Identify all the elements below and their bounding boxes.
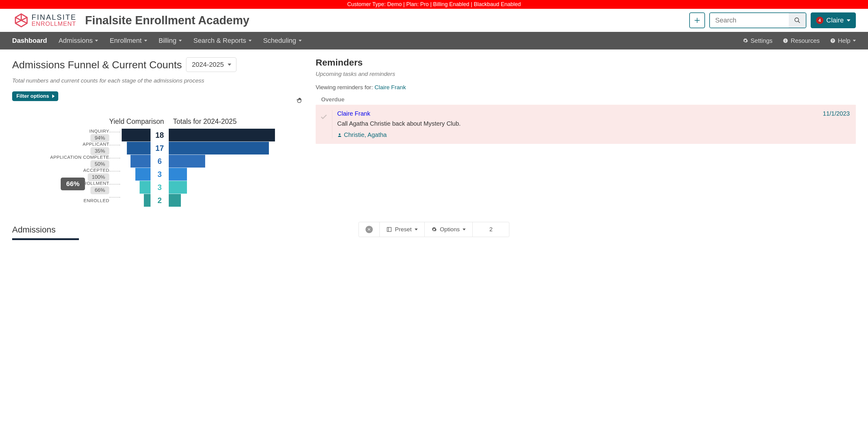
top-header: FINALSITE ENROLLMENT Finalsite Enrollmen… [0, 9, 868, 32]
toolbar-page[interactable]: 2 [473, 222, 509, 237]
brand-line1: FINALSITE [32, 14, 76, 21]
reminders-viewing-user[interactable]: Claire Frank [374, 84, 406, 90]
reminders-viewing: Viewing reminders for: Claire Frank [316, 84, 856, 91]
nav-scheduling[interactable]: Scheduling [263, 37, 302, 44]
person-icon [337, 132, 342, 138]
reminder-user[interactable]: Claire Frank [337, 110, 370, 117]
nav-billing[interactable]: Billing [159, 37, 182, 44]
dotted-connector [109, 132, 120, 132]
toolbar-page-number: 2 [489, 226, 493, 233]
funnel-bar-right [169, 129, 275, 142]
chart-header-totals: Totals for 2024-2025 [173, 117, 237, 126]
search-group [709, 12, 806, 28]
chevron-down-icon [853, 40, 856, 41]
funnel-value: 3 [151, 183, 169, 192]
funnel-bar-right [169, 181, 187, 193]
brand-line2: ENROLLMENT [32, 21, 76, 27]
toolbar-label: Preset [395, 226, 411, 233]
filter-options-button[interactable]: Filter options [12, 91, 58, 101]
chevron-down-icon [144, 40, 147, 41]
academy-title: Finalsite Enrollment Academy [85, 14, 249, 27]
nav-admissions[interactable]: Admissions [59, 37, 98, 44]
funnel-value: 18 [151, 131, 169, 140]
toolbar-preset[interactable]: Preset [380, 222, 425, 237]
brand-text: FINALSITE ENROLLMENT [32, 14, 76, 27]
reminders-title: Reminders [316, 57, 856, 68]
section-title: Admissions Funnel & Current Counts [12, 59, 182, 71]
funnel-value: 3 [151, 170, 169, 179]
reminder-check-icon[interactable] [320, 110, 332, 139]
nav-label: Dashboard [12, 37, 47, 44]
section-subtitle: Total numbers and current counts for eac… [12, 78, 304, 84]
funnel-row[interactable]: INQUIRY94%18 [12, 129, 304, 142]
nav-help[interactable]: ? Help [830, 37, 856, 44]
reminder-person-link[interactable]: Christie, Agatha [337, 131, 850, 139]
nav-label: Scheduling [263, 37, 296, 44]
svg-rect-8 [387, 227, 392, 232]
svg-rect-4 [785, 39, 786, 40]
funnel-step-pct: 35% [90, 147, 109, 155]
funnel-chart: Yield Comparison Totals for 2024-2025 IN… [12, 117, 304, 207]
toolbar-options[interactable]: Options [425, 222, 472, 237]
funnel-row[interactable]: ENROLLMENT66%3 [12, 181, 304, 193]
funnel-stage-label: APPLICANT [83, 142, 109, 147]
funnel-row[interactable]: APPLICATION COMPLETE50%6 [12, 155, 304, 168]
chevron-down-icon [847, 20, 850, 22]
funnel-row[interactable]: ENROLLED2 [12, 194, 304, 207]
funnel-bar-left [140, 181, 151, 193]
overall-yield-badge: 66% [61, 178, 85, 190]
add-button[interactable] [689, 12, 705, 28]
funnel-row[interactable]: APPLICANT35%17 [12, 142, 304, 154]
nav-search-reports[interactable]: Search & Reports [193, 37, 252, 44]
dotted-connector [109, 197, 120, 198]
search-button[interactable] [789, 13, 806, 28]
nav-enrollment[interactable]: Enrollment [110, 37, 147, 44]
chevron-right-icon [52, 94, 55, 98]
funnel-step-pct: 94% [90, 134, 109, 142]
svg-rect-3 [785, 40, 786, 42]
search-icon [794, 17, 801, 24]
user-name: Claire [827, 17, 844, 24]
chevron-down-icon [95, 40, 98, 41]
toolbar-label: Options [440, 226, 460, 233]
svg-text:?: ? [832, 39, 834, 42]
nav-resources[interactable]: Resources [783, 37, 820, 44]
chevron-down-icon [463, 229, 466, 230]
chevron-down-icon [249, 40, 252, 41]
funnel-stage-label: INQUIRY [89, 128, 109, 133]
svg-point-0 [795, 18, 799, 22]
funnel-value: 17 [151, 144, 169, 153]
year-select[interactable]: 2024-2025 [186, 57, 236, 72]
admissions-underline [12, 238, 79, 240]
nav-label: Enrollment [110, 37, 142, 44]
search-input[interactable] [710, 13, 789, 28]
gear-icon [431, 227, 437, 232]
brand-logo[interactable]: FINALSITE ENROLLMENT [14, 13, 76, 28]
reminder-card[interactable]: Claire Frank 11/1/2023 Call Agatha Chris… [316, 105, 856, 144]
chevron-down-icon [179, 40, 182, 41]
reminder-date: 11/1/2023 [823, 110, 850, 117]
funnel-bar-right [169, 142, 269, 154]
user-menu[interactable]: 4 Claire [811, 12, 856, 28]
funnel-step-pct: 50% [90, 160, 109, 168]
funnel-stage-label: ACCEPTED [83, 168, 109, 173]
close-icon: ✕ [365, 226, 373, 233]
funnel-value: 6 [151, 157, 169, 166]
dotted-connector [109, 158, 120, 158]
reminder-person-name: Christie, Agatha [344, 131, 386, 139]
nav-settings[interactable]: Settings [743, 37, 772, 44]
demo-banner: Customer Type: Demo | Plan: Pro | Billin… [0, 0, 868, 9]
toolbar-close[interactable]: ✕ [359, 222, 380, 237]
funnel-bar-right [169, 155, 205, 168]
nav-label: Admissions [59, 37, 93, 44]
nav-label: Help [838, 37, 850, 44]
funnel-bar-left [130, 155, 151, 168]
nav-dashboard[interactable]: Dashboard [12, 37, 47, 44]
nav-label: Settings [750, 37, 772, 44]
reminders-viewing-prefix: Viewing reminders for: [316, 84, 374, 90]
funnel-value: 2 [151, 196, 169, 205]
funnel-bar-left [135, 168, 151, 181]
move-cursor-icon [296, 97, 304, 106]
funnel-row[interactable]: ACCEPTED100%3 [12, 168, 304, 181]
nav-label: Search & Reports [193, 37, 246, 44]
